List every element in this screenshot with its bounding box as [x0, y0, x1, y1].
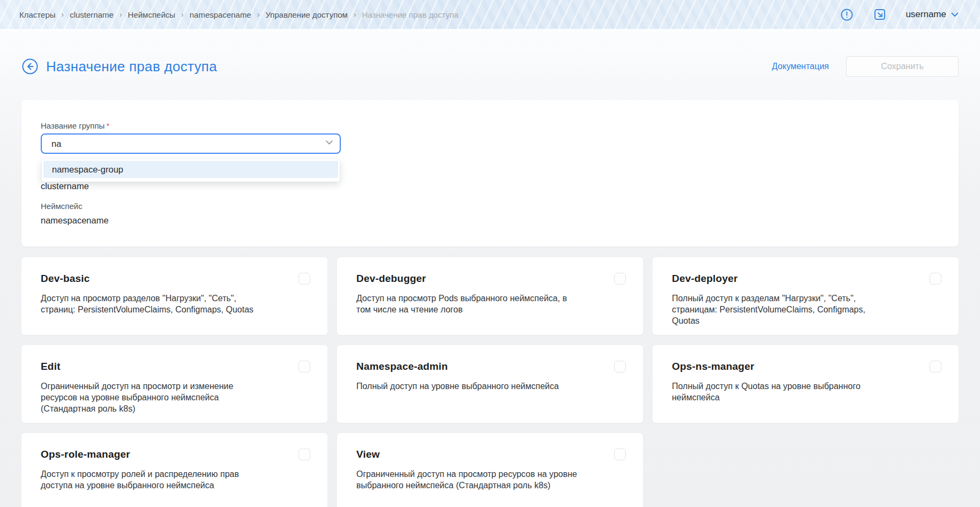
role-title: Dev-debugger — [356, 273, 579, 285]
roles-grid: Dev-basic Доступ на просмотр разделов "Н… — [21, 257, 959, 507]
breadcrumb-separator: › — [353, 10, 357, 19]
chevron-down-icon — [951, 12, 959, 17]
role-description: Доступ на просмотр разделов "Нагрузки", … — [41, 293, 263, 315]
back-button[interactable] — [21, 58, 39, 75]
breadcrumb-clustername[interactable]: clustername — [70, 10, 114, 19]
role-checkbox[interactable] — [614, 449, 626, 460]
role-title: Ops-role-manager — [41, 449, 263, 460]
group-name-input[interactable] — [41, 133, 341, 154]
role-description: Ограниченный доступ на просмотр ресурсов… — [356, 468, 579, 491]
role-checkbox[interactable] — [298, 273, 310, 285]
topbar-actions: username — [839, 7, 959, 22]
save-button[interactable]: Сохранить — [846, 56, 959, 77]
role-card-namespace-admin: Namespace-admin Полный доступ на уровне … — [337, 345, 643, 423]
role-description: Ограниченный доступ на просмотр и измене… — [41, 381, 263, 414]
dropdown-option-namespace-group[interactable]: namespace-group — [43, 161, 338, 178]
breadcrumb-namespaces[interactable]: Неймспейсы — [128, 10, 176, 19]
role-card-ops-ns-manager: Ops-ns-manager Полный доступ к Quotas на… — [653, 345, 959, 423]
role-card-dev-deployer: Dev-deployer Полный доступ к разделам "Н… — [653, 257, 959, 335]
role-checkbox[interactable] — [298, 449, 310, 460]
role-checkbox[interactable] — [298, 361, 310, 372]
header-actions: Документация Сохранить — [772, 56, 959, 77]
breadcrumb: Кластеры › clustername › Неймспейсы › na… — [19, 10, 459, 19]
role-title: View — [356, 449, 579, 460]
group-suggestions-dropdown: namespace-group — [42, 159, 340, 182]
role-title: Dev-deployer — [672, 273, 894, 285]
role-title: Ops-ns-manager — [672, 361, 894, 372]
breadcrumb-namespacename[interactable]: namespacename — [190, 10, 251, 19]
role-card-ops-role-manager: Ops-role-manager Доступ к просмотру роле… — [21, 433, 327, 507]
role-checkbox[interactable] — [614, 273, 626, 285]
role-title: Edit — [41, 361, 263, 372]
role-description: Доступ к просмотру ролей и распределению… — [41, 468, 263, 491]
breadcrumb-separator: › — [61, 10, 65, 19]
alert-info-icon[interactable] — [839, 7, 854, 22]
role-card-edit: Edit Ограниченный доступ на просмотр и и… — [21, 345, 327, 423]
breadcrumb-separator: › — [119, 10, 123, 19]
role-description: Доступ на просмотр Pods выбранного неймс… — [356, 293, 579, 315]
role-card-dev-basic: Dev-basic Доступ на просмотр разделов "Н… — [21, 257, 327, 335]
breadcrumb-current-page: Назначение прав доступа — [362, 10, 459, 19]
external-link-icon[interactable] — [872, 7, 887, 22]
role-checkbox[interactable] — [930, 273, 941, 285]
back-arrow-icon — [21, 58, 39, 75]
page-header: Назначение прав доступа Документация Сох… — [21, 29, 959, 77]
role-card-dev-debugger: Dev-debugger Доступ на просмотр Pods выб… — [337, 257, 643, 335]
breadcrumb-separator: › — [257, 10, 260, 19]
role-title: Namespace-admin — [356, 361, 579, 372]
title-block: Назначение прав доступа — [21, 58, 217, 75]
role-description: Полный доступ к разделам "Нагрузки", "Се… — [672, 293, 894, 326]
breadcrumb-clusters[interactable]: Кластеры — [19, 10, 56, 19]
role-title: Dev-basic — [41, 273, 263, 285]
role-card-view: View Ограниченный доступ на просмотр рес… — [337, 433, 643, 507]
role-description: Полный доступ на уровне выбранного неймс… — [356, 381, 579, 392]
cluster-value: clustername — [41, 181, 939, 191]
username-label: username — [906, 9, 946, 20]
group-name-label: Название группы* — [41, 121, 939, 130]
page-title: Назначение прав доступа — [46, 58, 217, 75]
required-asterisk: * — [106, 121, 109, 130]
namespace-value: namespacename — [41, 215, 939, 226]
breadcrumb-separator: › — [181, 10, 184, 19]
namespace-label: Неймспейс — [41, 202, 939, 211]
page-content: Назначение прав доступа Документация Сох… — [0, 29, 980, 507]
group-form-card: Название группы* namespace-group cluster… — [21, 100, 959, 247]
breadcrumb-access-management[interactable]: Управление доступом — [265, 10, 347, 19]
role-checkbox[interactable] — [930, 361, 941, 372]
group-name-combobox: namespace-group — [41, 133, 341, 154]
role-description: Полный доступ к Quotas на уровне выбранн… — [672, 381, 894, 403]
top-bar: Кластеры › clustername › Неймспейсы › na… — [0, 0, 980, 29]
group-name-label-text: Название группы — [41, 121, 104, 130]
role-checkbox[interactable] — [614, 361, 626, 372]
user-menu[interactable]: username — [906, 9, 959, 20]
documentation-link[interactable]: Документация — [772, 62, 829, 71]
